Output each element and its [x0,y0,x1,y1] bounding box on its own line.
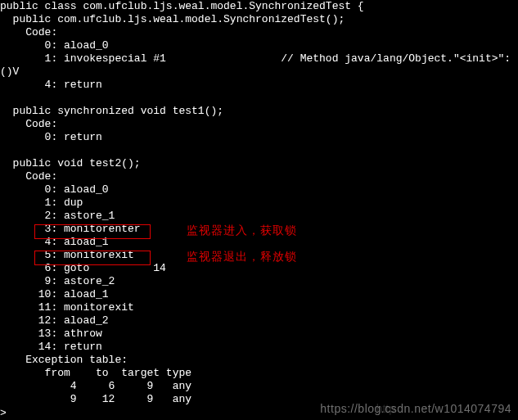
prompt-cursor: > [0,407,7,420]
bytecode-listing: public class com.ufclub.ljs.weal.model.S… [0,0,518,406]
annotation-enter: 监视器进入，获取锁 [187,224,297,237]
watermark: https://blog.csdn.net/w1014074794 [320,402,511,415]
annotation-exit: 监视器退出，释放锁 [187,250,297,263]
